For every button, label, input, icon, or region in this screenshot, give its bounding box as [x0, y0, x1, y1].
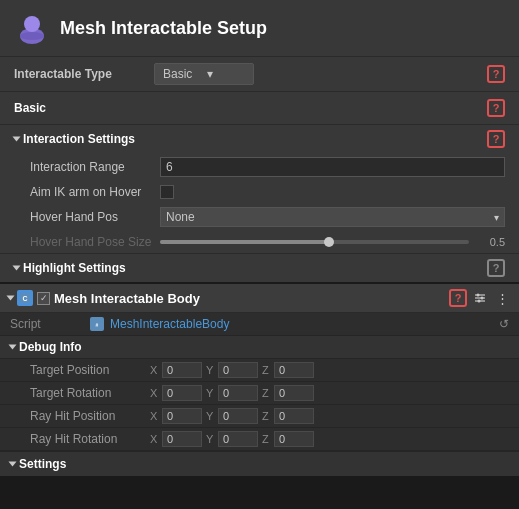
target-position-x-input[interactable] — [162, 362, 202, 378]
interaction-range-input[interactable] — [160, 157, 505, 177]
target-rotation-z-label: Z — [262, 387, 272, 399]
reload-icon[interactable]: ↺ — [499, 317, 509, 331]
target-position-z-label: Z — [262, 364, 272, 376]
ray-hit-rotation-x-input[interactable] — [162, 431, 202, 447]
bottom-title-bar: C ✓ Mesh Interactable Body ? ⋮ — [0, 284, 519, 313]
interaction-settings-label: Interaction Settings — [23, 132, 135, 146]
debug-info-triangle[interactable] — [9, 345, 17, 350]
hover-hand-pos-label: Hover Hand Pos — [30, 210, 160, 224]
interactable-type-value: Basic — [163, 67, 201, 81]
interaction-settings-header: Interaction Settings ? — [0, 125, 519, 153]
target-position-row: Target Position X Y Z — [0, 359, 519, 382]
interactable-type-label: Interactable Type — [14, 67, 154, 81]
target-rotation-x-input[interactable] — [162, 385, 202, 401]
highlight-settings-triangle[interactable] — [13, 266, 21, 271]
settings-triangle[interactable] — [9, 462, 17, 467]
interaction-range-row: Interaction Range — [0, 153, 519, 181]
ray-hit-position-label: Ray Hit Position — [30, 409, 150, 423]
ray-hit-rotation-z-input[interactable] — [274, 431, 314, 447]
hover-hand-pose-size-slider-container: 0.5 — [160, 236, 505, 248]
ray-hit-position-x-input[interactable] — [162, 408, 202, 424]
target-rotation-x-field: X — [150, 385, 202, 401]
component-sliders-icon[interactable] — [471, 289, 489, 307]
hover-hand-pose-size-slider-track[interactable] — [160, 240, 469, 244]
target-rotation-z-field: Z — [262, 385, 314, 401]
svg-point-2 — [20, 32, 44, 40]
ray-hit-rotation-label: Ray Hit Rotation — [30, 432, 150, 446]
script-value-container: # MeshInteractableBody — [90, 317, 499, 331]
basic-section-header: Basic ? — [0, 92, 519, 125]
debug-info-header: Debug Info — [0, 336, 519, 359]
ray-hit-rotation-y-input[interactable] — [218, 431, 258, 447]
ray-hit-rotation-x-field: X — [150, 431, 202, 447]
ray-hit-rotation-z-label: Z — [262, 433, 272, 445]
target-position-z-input[interactable] — [274, 362, 314, 378]
target-rotation-label: Target Rotation — [30, 386, 150, 400]
target-position-y-input[interactable] — [218, 362, 258, 378]
checkmark-icon: ✓ — [40, 293, 48, 303]
target-rotation-row: Target Rotation X Y Z — [0, 382, 519, 405]
target-rotation-fields: X Y Z — [150, 385, 509, 401]
ray-hit-position-x-field: X — [150, 408, 202, 424]
ray-hit-position-z-label: Z — [262, 410, 272, 422]
dropdown-arrow-icon: ▾ — [207, 67, 245, 81]
hover-hand-pose-size-row: Hover Hand Pose Size 0.5 — [0, 231, 519, 253]
interaction-settings-triangle[interactable] — [13, 137, 21, 142]
aim-ik-checkbox[interactable] — [160, 185, 174, 199]
basic-section-help-icon[interactable]: ? — [487, 99, 505, 117]
target-rotation-y-input[interactable] — [218, 385, 258, 401]
ray-hit-position-y-input[interactable] — [218, 408, 258, 424]
interactable-type-row: Interactable Type Basic ▾ ? — [0, 57, 519, 92]
interactable-type-help-icon[interactable]: ? — [487, 65, 505, 83]
bottom-panel: C ✓ Mesh Interactable Body ? ⋮ Scr — [0, 282, 519, 476]
app-title: Mesh Interactable Setup — [60, 18, 267, 39]
debug-info-label: Debug Info — [19, 340, 82, 354]
app-icon — [14, 10, 50, 46]
svg-point-1 — [24, 16, 40, 32]
hover-hand-pos-select[interactable]: None — [160, 207, 505, 227]
basic-section-label: Basic — [14, 101, 46, 115]
component-icon-buttons: ? ⋮ — [449, 289, 511, 307]
ray-hit-rotation-x-label: X — [150, 433, 160, 445]
ray-hit-position-z-input[interactable] — [274, 408, 314, 424]
script-row: Script # MeshInteractableBody ↺ — [0, 313, 519, 336]
hover-hand-pos-select-wrapper: None ▾ — [160, 207, 505, 227]
highlight-settings-help-icon[interactable]: ? — [487, 259, 505, 277]
highlight-settings-header: Highlight Settings ? — [0, 253, 519, 282]
interactable-type-dropdown[interactable]: Basic ▾ — [154, 63, 254, 85]
ray-hit-rotation-row: Ray Hit Rotation X Y Z — [0, 428, 519, 451]
hover-hand-pose-size-slider-thumb[interactable] — [324, 237, 334, 247]
script-filename: MeshInteractableBody — [110, 317, 229, 331]
aim-ik-checkbox-container — [160, 185, 505, 199]
top-panel: Mesh Interactable Setup Interactable Typ… — [0, 0, 519, 282]
svg-point-8 — [477, 294, 480, 297]
target-position-y-field: Y — [206, 362, 258, 378]
svg-point-10 — [478, 300, 481, 303]
component-dots-icon[interactable]: ⋮ — [493, 289, 511, 307]
ray-hit-position-fields: X Y Z — [150, 408, 509, 424]
settings-header: Settings — [0, 451, 519, 476]
component-enabled-checkbox[interactable]: ✓ — [37, 292, 50, 305]
target-position-y-label: Y — [206, 364, 216, 376]
aim-ik-row: Aim IK arm on Hover — [0, 181, 519, 203]
ray-hit-rotation-y-label: Y — [206, 433, 216, 445]
svg-text:#: # — [96, 322, 99, 328]
hover-hand-pose-size-value: 0.5 — [475, 236, 505, 248]
hover-hand-pose-size-slider-fill — [160, 240, 330, 244]
interaction-settings-help-icon[interactable]: ? — [487, 130, 505, 148]
target-position-label: Target Position — [30, 363, 150, 377]
target-position-x-field: X — [150, 362, 202, 378]
ray-hit-position-row: Ray Hit Position X Y Z — [0, 405, 519, 428]
component-icon: C — [17, 290, 33, 306]
highlight-settings-label: Highlight Settings — [23, 261, 126, 275]
target-rotation-y-field: Y — [206, 385, 258, 401]
bottom-triangle-icon[interactable] — [7, 296, 15, 301]
ray-hit-position-z-field: Z — [262, 408, 314, 424]
target-rotation-z-input[interactable] — [274, 385, 314, 401]
ray-hit-position-y-field: Y — [206, 408, 258, 424]
svg-text:C: C — [22, 295, 27, 302]
ray-hit-rotation-y-field: Y — [206, 431, 258, 447]
component-help-icon[interactable]: ? — [449, 289, 467, 307]
title-bar: Mesh Interactable Setup — [0, 0, 519, 57]
ray-hit-position-y-label: Y — [206, 410, 216, 422]
